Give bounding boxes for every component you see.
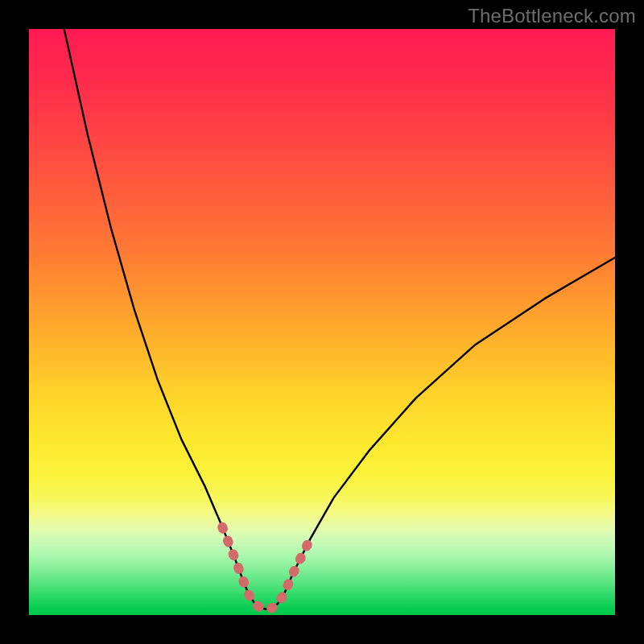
bottleneck-curve	[64, 29, 615, 609]
chart-plot-area	[29, 29, 615, 615]
chart-svg	[29, 29, 615, 615]
watermark-text: TheBottleneck.com	[468, 5, 636, 27]
chart-frame: TheBottleneck.com	[0, 0, 644, 644]
trough-marker	[222, 527, 310, 609]
